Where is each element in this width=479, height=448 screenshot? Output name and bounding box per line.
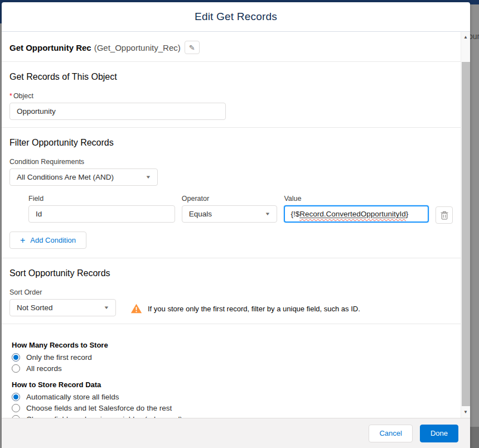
modal-body: Get Opportunity Rec (Get_Opportunity_Rec… [2,32,470,418]
modal-header: Edit Get Records [2,2,470,32]
radio-icon [12,353,20,362]
value-input-value: {!$Record.ConvertedOpportunityId} [291,210,408,218]
radio-choose-fields-advanced[interactable]: Choose fields and assign variables (adva… [12,415,453,418]
edit-get-records-modal: Edit Get Records Get Opportunity Rec (Ge… [2,2,470,448]
value-label: Value [284,195,429,203]
radio-automatically-store[interactable]: Automatically store all fields [12,393,453,401]
radio-label: Choose fields and assign variables (adva… [26,415,182,418]
add-condition-label: Add Condition [30,236,76,244]
store-section: How Many Records to Store Only the first… [2,324,461,418]
radio-label: Only the first record [26,353,92,362]
radio-icon [12,415,20,418]
dimmed-background-panel: our [470,4,479,448]
object-input-value: Opportunity [17,107,56,115]
add-condition-button[interactable]: + Add Condition [9,232,86,249]
radio-icon [12,364,20,373]
filter-section: Filter Opportunity Records Condition Req… [2,128,461,258]
operator-value: Equals [189,210,212,218]
sort-section-heading: Sort Opportunity Records [9,268,453,278]
radio-icon [12,404,20,412]
value-merge-field: Record.ConvertedOpportunityId [299,210,406,218]
sort-order-value: Not Sorted [17,304,53,312]
required-asterisk: * [9,92,12,100]
sort-warning: If you store only the first record, filt… [130,304,360,314]
field-input-value: Id [36,210,42,218]
vertical-scrollbar[interactable]: ▲ ▼ [461,32,470,418]
modal-title: Edit Get Records [195,11,277,23]
chevron-down-icon: ▼ [265,211,271,216]
element-name: Get Opportunity Rec [9,43,91,52]
done-button[interactable]: Done [420,425,458,442]
element-api-name: (Get_Opportunity_Rec) [94,43,181,52]
sort-warning-text: If you store only the first record, filt… [148,305,360,313]
scrollbar-up-arrow[interactable]: ▲ [461,33,470,41]
object-section: Get Records of This Object *Object Oppor… [2,62,461,128]
condition-row: Field Id Operator Equals ▼ Value [28,195,453,224]
scrollbar-thumb[interactable] [462,62,470,406]
radio-icon [12,393,20,401]
filter-section-heading: Filter Opportunity Records [9,138,453,148]
object-input[interactable]: Opportunity [9,103,226,120]
plus-icon: + [20,235,25,245]
condition-requirements-value: All Conditions Are Met (AND) [17,173,114,181]
how-many-records-label: How Many Records to Store [12,341,453,349]
value-input[interactable]: {!$Record.ConvertedOpportunityId} [284,205,429,223]
scrollbar-down-arrow[interactable]: ▼ [461,408,470,416]
warning-icon [130,304,142,314]
condition-requirements-select[interactable]: All Conditions Are Met (AND) ▼ [9,168,158,186]
radio-label: All records [26,364,62,373]
pencil-icon: ✎ [189,44,195,52]
dimmed-background-dark [470,427,479,448]
radio-choose-fields-salesforce[interactable]: Choose fields and let Salesforce do the … [12,404,453,412]
radio-label: Choose fields and let Salesforce do the … [26,404,172,412]
element-name-row: Get Opportunity Rec (Get_Opportunity_Rec… [2,32,461,62]
sort-order-select[interactable]: Not Sorted ▼ [9,299,116,316]
background-occluded-text: our [470,32,479,41]
trash-icon [441,211,448,220]
chevron-down-icon: ▼ [104,305,110,310]
how-to-store-label: How to Store Record Data [12,380,453,389]
field-input[interactable]: Id [28,205,175,223]
radio-only-first-record[interactable]: Only the first record [12,353,453,362]
operator-label: Operator [182,195,278,203]
delete-condition-button[interactable] [436,206,453,224]
object-section-heading: Get Records of This Object [9,72,453,82]
chevron-down-icon: ▼ [146,175,152,180]
edit-name-button[interactable]: ✎ [185,41,200,54]
modal-footer: Cancel Done [2,418,470,448]
operator-select[interactable]: Equals ▼ [182,205,278,223]
sort-order-label: Sort Order [9,288,116,296]
object-label: *Object [9,92,453,100]
radio-label: Automatically store all fields [26,393,119,401]
radio-all-records[interactable]: All records [12,364,453,373]
cancel-button[interactable]: Cancel [369,425,412,442]
condition-requirements-label: Condition Requirements [9,158,453,166]
sort-section: Sort Opportunity Records Sort Order Not … [2,258,461,324]
field-label: Field [28,195,175,203]
